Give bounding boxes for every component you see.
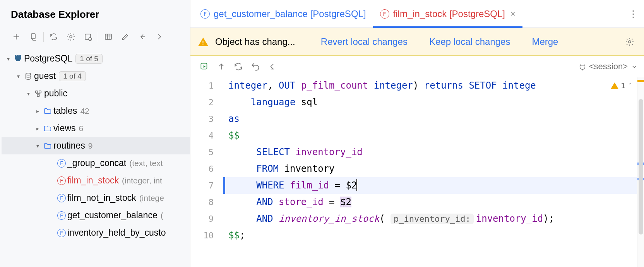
add-icon[interactable]: [9, 30, 24, 44]
routine-name: film_not_in_stock: [67, 193, 136, 203]
editor-pane: F get_customer_balance [PostgreSQL] F fi…: [190, 0, 644, 267]
parameter-hint: p_inventory_id:: [391, 214, 474, 224]
scrollbar-thumb[interactable]: [639, 99, 643, 234]
editor-tab-active[interactable]: F film_in_stock [PostgreSQL] ×: [373, 0, 522, 27]
expand-icon[interactable]: [152, 30, 167, 44]
code-line[interactable]: FROM inventory: [225, 161, 644, 177]
chevron-down-icon: ▾: [33, 143, 42, 149]
code-line[interactable]: $$;: [225, 227, 644, 244]
function-icon: F: [56, 211, 67, 220]
chevron-right-icon: ▸: [33, 125, 42, 132]
code-body[interactable]: integer, OUT p_film_count integer) retur…: [225, 77, 644, 267]
tree-label: public: [44, 88, 67, 99]
jump-icon[interactable]: [135, 30, 150, 44]
database-explorer-sidebar: Database Explorer: [0, 0, 190, 267]
tree-label: PostgreSQL: [24, 53, 72, 64]
warning-count: 1: [621, 77, 625, 94]
refresh-icon[interactable]: [46, 30, 62, 44]
overview-ruler[interactable]: [637, 77, 644, 267]
code-line[interactable]: SELECT inventory_id: [225, 144, 644, 161]
tree-database[interactable]: ▾ PostgreSQL 1 of 5: [2, 50, 190, 67]
routine-item[interactable]: F inventory_held_by_custo: [2, 224, 190, 241]
routine-sig: (intege: [139, 193, 164, 203]
database-tree: ▾ PostgreSQL 1 of 5 ▾ guest 1 of 4 ▾: [0, 48, 190, 241]
code-line-current[interactable]: WHERE film_id = $2: [225, 177, 644, 194]
folder-icon: [42, 107, 53, 115]
editor-tab[interactable]: F get_customer_balance [PostgreSQL]: [194, 0, 373, 27]
chevron-right-icon: ▸: [33, 108, 42, 114]
routine-name: get_customer_balance: [67, 210, 158, 221]
routine-item[interactable]: F _group_concat (text, text: [2, 154, 190, 172]
tree-routines[interactable]: ▾ routines 9: [2, 137, 190, 154]
svg-rect-4: [105, 34, 111, 39]
notification-bar: Object has chang... Revert local changes…: [190, 28, 644, 56]
function-icon: F: [56, 194, 67, 202]
routine-item[interactable]: F get_customer_balance (: [2, 207, 190, 224]
svg-point-5: [26, 73, 31, 75]
merge-link[interactable]: Merge: [532, 36, 558, 47]
revert-link[interactable]: Revert local changes: [321, 36, 408, 47]
tree-views[interactable]: ▸ views 6: [2, 120, 190, 137]
tree-schema[interactable]: ▾ public: [2, 85, 190, 102]
close-icon[interactable]: ×: [510, 9, 516, 19]
editor-tabbar: F get_customer_balance [PostgreSQL] F fi…: [190, 0, 644, 28]
chevron-down-icon: ▾: [14, 73, 22, 79]
code-line[interactable]: integer, OUT p_film_count integer) retur…: [225, 77, 644, 94]
svg-rect-0: [31, 34, 35, 39]
tree-label: routines: [53, 140, 85, 151]
tree-connection[interactable]: ▾ guest 1 of 4: [2, 67, 190, 85]
svg-rect-8: [37, 94, 39, 96]
sync-icon[interactable]: [230, 59, 247, 74]
more-icon[interactable]: ⋮: [626, 9, 640, 19]
code-editor[interactable]: 1 2 3 4 5 6 7 8 9 10 integer, OUT p_film…: [190, 77, 644, 267]
gear-icon[interactable]: [623, 35, 636, 48]
chevron-down-icon: [630, 62, 639, 71]
prev-problem-icon[interactable]: ˄: [628, 77, 633, 94]
code-line[interactable]: language sql: [225, 94, 644, 111]
editor-toolbar: <session>: [190, 56, 644, 77]
schema-icon: [33, 89, 44, 98]
routine-sig: (text, text: [129, 159, 163, 168]
tree-tables[interactable]: ▸ tables 42: [2, 102, 190, 120]
rollback-icon[interactable]: [247, 59, 264, 74]
routine-item[interactable]: F film_not_in_stock (intege: [2, 189, 190, 207]
function-icon: F: [56, 159, 67, 168]
submit-icon[interactable]: [196, 59, 213, 74]
table-icon[interactable]: [101, 30, 116, 44]
plug-icon: [578, 62, 587, 71]
postgresql-icon: [12, 54, 24, 63]
function-icon: F: [56, 229, 67, 237]
chevron-down-icon: ▾: [4, 56, 12, 62]
tree-label: views: [53, 123, 76, 134]
routine-name: _group_concat: [67, 158, 126, 168]
line-gutter: 1 2 3 4 5 6 7 8 9 10: [190, 77, 225, 267]
routine-name: film_in_stock: [67, 175, 119, 186]
code-line[interactable]: as: [225, 111, 644, 127]
tab-label: get_customer_balance [PostgreSQL]: [214, 9, 366, 19]
tree-badge: 1 of 5: [75, 54, 103, 64]
session-selector[interactable]: <session>: [578, 62, 639, 72]
function-icon: F: [56, 176, 67, 185]
routine-item[interactable]: F film_in_stock (integer, int: [2, 172, 190, 189]
svg-rect-7: [39, 91, 41, 93]
svg-rect-6: [36, 91, 38, 93]
step-back-icon[interactable]: [264, 59, 281, 74]
warning-icon: [611, 82, 618, 89]
tree-label: guest: [34, 71, 56, 81]
svg-point-1: [70, 36, 72, 38]
code-line[interactable]: AND inventory_in_stock( p_inventory_id:i…: [225, 211, 644, 227]
upload-icon[interactable]: [213, 59, 230, 74]
tree-label: tables: [53, 106, 77, 116]
function-icon: F: [380, 9, 389, 19]
folder-icon: [42, 124, 53, 133]
tree-count: 6: [79, 124, 84, 133]
edit-icon[interactable]: [118, 30, 133, 44]
code-line[interactable]: AND store_id = $2: [225, 194, 644, 211]
copy-icon[interactable]: [26, 30, 41, 44]
stop-icon[interactable]: [80, 30, 96, 44]
tree-count: 9: [88, 141, 93, 151]
sidebar-title: Database Explorer: [0, 0, 190, 27]
settings-icon[interactable]: [63, 30, 79, 44]
keep-link[interactable]: Keep local changes: [429, 36, 510, 47]
code-line[interactable]: $$: [225, 127, 644, 144]
